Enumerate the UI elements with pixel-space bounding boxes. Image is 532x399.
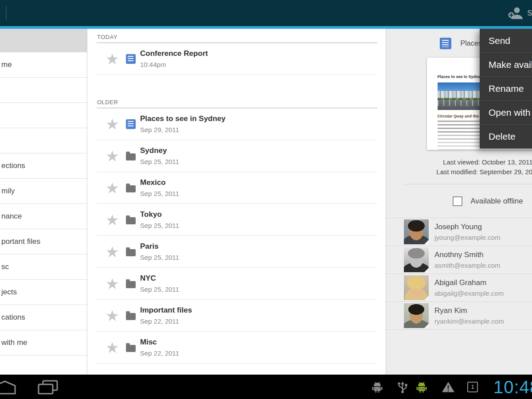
folder-icon	[126, 345, 136, 352]
sidebar-item[interactable]	[0, 128, 87, 153]
star-icon[interactable]: ★	[106, 117, 119, 131]
context-menu: Send Make available offline Rename Open …	[480, 29, 532, 149]
file-title: Conference Report	[140, 49, 208, 59]
sidebar-item-misc[interactable]: sc	[0, 254, 87, 280]
star-icon[interactable]: ★	[106, 277, 119, 290]
add-person-icon	[507, 6, 524, 20]
document-icon	[126, 119, 136, 129]
menu-item-make-available-offline[interactable]: Make available offline	[480, 53, 532, 77]
avatar	[404, 247, 429, 272]
sidebar-item[interactable]	[0, 356, 87, 375]
star-icon[interactable]: ★	[106, 341, 119, 354]
folder-icon	[126, 185, 136, 192]
star-icon[interactable]: ★	[106, 181, 119, 195]
sidebar-item-finance[interactable]: nance	[0, 204, 87, 229]
folder-row-nyc[interactable]: ★ NYC Sep 25, 2011	[97, 268, 377, 300]
sidebar-item[interactable]	[0, 78, 87, 103]
folder-icon	[126, 281, 136, 288]
last-modified-text: Last modified: September 29, 2011	[386, 167, 532, 177]
sidebar-item-projects[interactable]: jects	[0, 280, 87, 305]
available-offline-checkbox[interactable]	[453, 196, 462, 206]
share-action[interactable]: S	[507, 0, 532, 26]
section-header-older: OLDER	[97, 75, 377, 108]
menu-item-send[interactable]: Send	[480, 29, 532, 53]
adb-robot-icon[interactable]	[372, 381, 383, 393]
available-offline-label: Available offline	[470, 197, 523, 206]
warning-icon[interactable]	[442, 381, 455, 393]
avatar	[404, 275, 429, 300]
sharing-list: Joseph Young jyoung@example.com Anothny …	[386, 218, 532, 330]
usb-icon[interactable]	[396, 380, 409, 394]
folder-row-mexico[interactable]: ★ Mexico Sep 25, 2011	[97, 172, 377, 204]
folder-icon	[126, 153, 136, 160]
person-row[interactable]: Abigail Graham abigailg@example.com	[386, 274, 532, 302]
person-row[interactable]: Ryan Kim ryankim@example.com	[386, 302, 532, 330]
star-icon[interactable]: ★	[106, 149, 119, 163]
star-icon[interactable]: ★	[106, 309, 119, 322]
file-list: TODAY ★ Conference Report 10:44pm OLDER …	[88, 29, 386, 375]
sidebar-item-selected[interactable]	[0, 29, 87, 52]
file-date: 10:44pm	[140, 60, 208, 69]
available-offline-row: Available offline	[386, 196, 532, 206]
folder-row-sydney[interactable]: ★ Sydney Sep 25, 2011	[97, 140, 377, 172]
sidebar-item-collections[interactable]: ections	[0, 153, 87, 179]
avatar	[404, 219, 429, 244]
sidebar-item-important-files[interactable]: portant files	[0, 229, 87, 254]
system-bar: 1 10:48	[0, 375, 532, 399]
document-icon	[440, 38, 451, 49]
sidebar-item[interactable]: me	[0, 52, 87, 78]
menu-item-delete[interactable]: Delete	[480, 125, 532, 149]
sidebar-item-family[interactable]: mily	[0, 179, 87, 204]
file-row-conference-report[interactable]: ★ Conference Report 10:44pm	[97, 43, 377, 75]
sidebar-item[interactable]	[0, 103, 87, 128]
notification-count-icon[interactable]: 1	[467, 382, 478, 392]
clock[interactable]: 10:48	[493, 377, 532, 397]
section-header-today: TODAY	[97, 29, 377, 43]
folder-row-important-files[interactable]: ★ Important files Sep 22, 2011	[97, 300, 377, 332]
avatar	[404, 303, 429, 328]
star-icon[interactable]: ★	[106, 52, 119, 66]
app-icon-edge	[6, 6, 7, 20]
folder-row-paris[interactable]: ★ Paris Sep 25, 2011	[97, 236, 377, 268]
folder-row-misc[interactable]: ★ Misc Sep 22, 2011	[97, 332, 377, 364]
sidebar-item-shared-with-me[interactable]: with me	[0, 330, 87, 356]
recent-apps-button[interactable]	[37, 379, 59, 395]
menu-item-rename[interactable]: Rename	[480, 77, 532, 101]
file-row-places-to-see-in-sydney[interactable]: ★ Places to see in Sydney Sep 29, 2011	[97, 108, 377, 140]
star-icon[interactable]: ★	[106, 245, 119, 258]
sidebar: me ections mily nance portant files sc j…	[0, 29, 87, 375]
menu-item-open-with[interactable]: Open with	[480, 101, 532, 125]
folder-icon	[126, 249, 136, 256]
folder-row-tokyo[interactable]: ★ Tokyo Sep 25, 2011	[97, 204, 377, 236]
android-robot-icon[interactable]	[416, 381, 427, 393]
sidebar-item-vacations[interactable]: cations	[0, 305, 87, 330]
folder-icon	[126, 313, 136, 320]
home-button[interactable]	[0, 379, 16, 395]
last-viewed-text: Last viewed: October 13, 2011	[386, 157, 532, 167]
share-action-label: S	[527, 9, 532, 17]
folder-icon	[126, 217, 136, 224]
document-icon	[126, 54, 136, 64]
folder-row-projects-partial[interactable]: ★ Projects	[97, 364, 377, 375]
person-row[interactable]: Joseph Young jyoung@example.com	[386, 218, 532, 246]
person-row[interactable]: Anothny Smith asmith@example.com	[386, 246, 532, 274]
star-icon[interactable]: ★	[106, 213, 119, 227]
action-bar: S	[0, 0, 532, 26]
divider	[404, 184, 532, 184]
app-screen: S me ections mily nance portant files sc…	[0, 0, 532, 399]
